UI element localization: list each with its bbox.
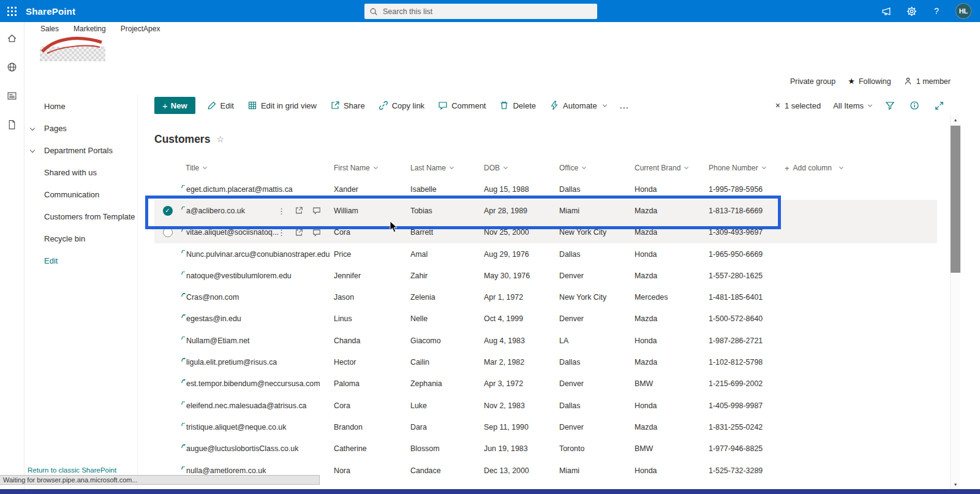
account-avatar[interactable]: HL	[956, 3, 971, 19]
sidebar-item-pages[interactable]: Pages	[24, 117, 137, 139]
table-row[interactable]: ✓ egestas@in.edu ⋮ Linus Nelle Oct 4, 19…	[154, 308, 937, 330]
row-title-link[interactable]: est.tempor.bibendum@neccursusa.com	[186, 379, 320, 388]
command-automate[interactable]: Automate	[543, 97, 613, 114]
sidebar-item-edit[interactable]: Edit	[24, 249, 137, 272]
search-input[interactable]	[383, 7, 592, 16]
favorite-star-icon[interactable]: ☆	[216, 134, 224, 144]
row-title-link[interactable]: eleifend.nec.malesuada@atrisus.ca	[186, 401, 306, 410]
table-row[interactable]: ✓ augue@luctuslobortisClass.co.uk ⋮ Cath…	[154, 438, 937, 460]
site-logo[interactable]	[40, 33, 105, 61]
header-select-all[interactable]	[154, 159, 181, 177]
help-icon[interactable]: ?	[930, 5, 943, 17]
row-title-link[interactable]: Nullam@Etiam.net	[186, 336, 249, 345]
sidebar-item-department-portals[interactable]: Department Portals	[24, 139, 137, 161]
filter-icon[interactable]	[884, 99, 896, 112]
row-title-link[interactable]: Nunc.pulvinar.arcu@conubianostraper.edu	[186, 250, 330, 259]
add-column-button[interactable]: + Add column	[785, 164, 937, 173]
megaphone-icon[interactable]	[880, 5, 892, 17]
column-header-title[interactable]: Title	[181, 164, 334, 172]
share-icon[interactable]	[295, 207, 303, 215]
column-header-last-name[interactable]: Last Name	[410, 164, 484, 172]
info-icon[interactable]	[908, 99, 921, 112]
members-button[interactable]: 1 member	[903, 77, 951, 86]
row-title-link[interactable]: tristique.aliquet@neque.co.uk	[186, 423, 286, 431]
globe-icon[interactable]	[5, 59, 20, 74]
row-select-cell[interactable]: ✓	[154, 330, 181, 351]
column-header-current-brand[interactable]: Current Brand	[635, 164, 709, 172]
row-select-cell[interactable]: ✓	[154, 178, 181, 200]
table-row[interactable]: ✓ Nunc.pulvinar.arcu@conubianostraper.ed…	[154, 243, 937, 265]
more-options-icon[interactable]: ⋮	[277, 207, 285, 215]
following-button[interactable]: ★ Following	[848, 77, 891, 86]
chevron-down-icon[interactable]	[30, 148, 35, 153]
row-title-link[interactable]: natoque@vestibulumlorem.edu	[186, 272, 292, 280]
more-options-icon[interactable]: ⋮	[277, 228, 285, 237]
table-row[interactable]: ✓ vitae.aliquet@sociisnatoq... ⋮ Cora Ba…	[154, 222, 937, 243]
table-row[interactable]: ✓ Cras@non.com ⋮ Jason Zelenia Apr 1, 19…	[154, 286, 937, 308]
comment-icon[interactable]	[312, 207, 321, 215]
clear-selection-button[interactable]: × 1 selected	[775, 101, 821, 110]
select-checkbox[interactable]: ✓	[163, 206, 173, 216]
table-row[interactable]: ✓ tristique.aliquet@neque.co.uk ⋮ Brando…	[154, 416, 937, 438]
row-title-link[interactable]: nulla@ametlorem.co.uk	[186, 466, 266, 475]
command-copy-link[interactable]: Copy link	[372, 97, 431, 114]
row-title-link[interactable]: egestas@in.edu	[186, 314, 241, 323]
sidebar-item-shared-with-us[interactable]: Shared with us	[24, 161, 137, 183]
app-title[interactable]: SharePoint	[26, 6, 75, 17]
documents-icon[interactable]	[5, 117, 20, 132]
command-edit[interactable]: Edit	[200, 97, 241, 114]
home-icon[interactable]	[5, 31, 20, 45]
more-commands-button[interactable]: …	[613, 100, 636, 111]
scroll-up-arrow[interactable]: ▲	[951, 115, 960, 124]
row-select-cell[interactable]: ✓	[154, 222, 181, 243]
row-title-link[interactable]: augue@luctuslobortisClass.co.uk	[186, 444, 298, 453]
row-select-cell[interactable]: ✓	[154, 395, 181, 416]
sidebar-item-home[interactable]: Home	[24, 95, 137, 117]
select-checkbox[interactable]: ✓	[163, 227, 173, 237]
row-title-link[interactable]: ligula.elit.pretium@risus.ca	[186, 358, 277, 367]
site-nav-marketing[interactable]: Marketing	[74, 25, 106, 33]
table-row[interactable]: ✓ a@aclibero.co.uk ⋮ William Tobias Apr …	[154, 200, 937, 221]
search-box[interactable]	[364, 4, 597, 19]
table-row[interactable]: ✓ est.tempor.bibendum@neccursusa.com ⋮ P…	[154, 373, 937, 395]
table-row[interactable]: ✓ natoque@vestibulumlorem.edu ⋮ Jennifer…	[154, 265, 937, 286]
table-row[interactable]: ✓ eleifend.nec.malesuada@atrisus.ca ⋮ Co…	[154, 395, 937, 416]
row-select-cell[interactable]: ✓	[154, 200, 181, 221]
new-button[interactable]: + New	[154, 97, 195, 114]
site-nav-projectapex[interactable]: ProjectApex	[121, 25, 160, 33]
row-select-cell[interactable]: ✓	[154, 286, 181, 308]
comment-icon[interactable]	[312, 228, 321, 237]
chevron-down-icon[interactable]	[30, 126, 35, 131]
row-select-cell[interactable]: ✓	[154, 416, 181, 438]
row-select-cell[interactable]: ✓	[154, 265, 181, 286]
row-select-cell[interactable]: ✓	[154, 308, 181, 330]
column-header-phone-number[interactable]: Phone Number	[709, 164, 785, 172]
sidebar-item-recycle-bin[interactable]: Recycle bin	[24, 227, 137, 249]
view-selector[interactable]: All Items	[833, 101, 872, 110]
return-to-classic-link[interactable]: Return to classic SharePoint	[28, 466, 116, 474]
table-row[interactable]: ✓ eget.dictum.placerat@mattis.ca ⋮ Xande…	[154, 178, 937, 200]
vertical-scrollbar[interactable]: ▲ ▼	[950, 115, 960, 489]
row-select-cell[interactable]: ✓	[154, 351, 181, 373]
table-row[interactable]: ✓ Nullam@Etiam.net ⋮ Chanda Giacomo Aug …	[154, 330, 937, 351]
row-title-link[interactable]: vitae.aliquet@sociisnatoq...	[186, 228, 279, 237]
row-select-cell[interactable]: ✓	[154, 438, 181, 460]
sidebar-item-communication[interactable]: Communication	[24, 183, 137, 205]
row-select-cell[interactable]: ✓	[154, 373, 181, 395]
scrollbar-thumb[interactable]	[951, 126, 960, 273]
sidebar-item-customers-from-template[interactable]: Customers from Template	[24, 205, 137, 227]
command-share[interactable]: Share	[323, 97, 372, 114]
expand-icon[interactable]	[933, 99, 945, 112]
command-edit-in-grid-view[interactable]: Edit in grid view	[241, 97, 323, 114]
row-title-link[interactable]: Cras@non.com	[186, 293, 239, 302]
news-icon[interactable]	[5, 88, 20, 103]
app-launcher-button[interactable]	[0, 0, 23, 22]
column-header-dob[interactable]: DOB	[484, 164, 559, 172]
table-row[interactable]: ✓ ligula.elit.pretium@risus.ca ⋮ Hector …	[154, 351, 937, 373]
row-title-link[interactable]: eget.dictum.placerat@mattis.ca	[186, 185, 293, 194]
command-comment[interactable]: Comment	[431, 97, 492, 114]
column-header-first-name[interactable]: First Name	[334, 164, 410, 172]
command-delete[interactable]: Delete	[492, 97, 543, 114]
scroll-down-arrow[interactable]: ▼	[951, 480, 960, 489]
row-select-cell[interactable]: ✓	[154, 243, 181, 265]
